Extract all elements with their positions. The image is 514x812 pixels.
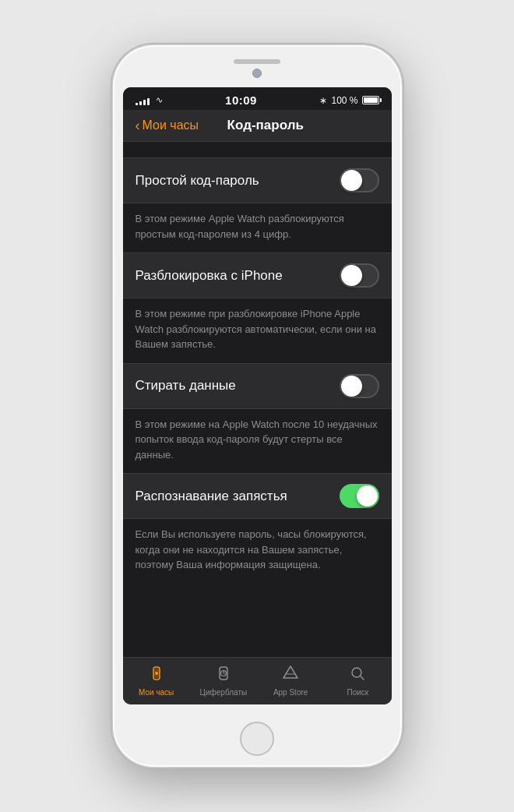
row-simple-passcode: Простой код-пароль <box>123 158 392 203</box>
signal-bars <box>136 96 150 105</box>
screen: ∿ 10:09 ∗ 100 % ‹ Мои часы Код-пароль <box>123 87 392 704</box>
signal-bar-3 <box>143 100 146 105</box>
status-left: ∿ <box>136 95 163 105</box>
signal-bar-4 <box>147 98 150 105</box>
erase-data-toggle[interactable] <box>340 374 379 398</box>
wifi-icon: ∿ <box>156 95 163 105</box>
home-button[interactable] <box>240 722 274 756</box>
my-watch-label: Мои часы <box>139 688 174 697</box>
battery-percent: 100 % <box>331 95 357 106</box>
back-chevron-icon: ‹ <box>136 118 140 132</box>
erase-data-label: Стирать данные <box>136 378 236 394</box>
section-wrist-detection: Распознавание запястья <box>123 473 392 519</box>
section-erase-data: Стирать данные <box>123 363 392 409</box>
wrist-detection-label: Распознавание запястья <box>136 489 287 504</box>
toggle-thumb-4 <box>357 485 378 507</box>
row-wrist-detection: Распознавание запястья <box>123 474 392 518</box>
tab-bar: Мои часы Циферблаты <box>123 657 392 704</box>
search-icon <box>348 664 367 686</box>
section-simple-passcode: Простой код-пароль <box>123 157 392 203</box>
phone-speaker <box>234 59 280 64</box>
phone-frame: ∿ 10:09 ∗ 100 % ‹ Мои часы Код-пароль <box>111 44 403 768</box>
nav-bar: ‹ Мои часы Код-пароль <box>123 110 392 142</box>
iphone-unlock-description: В этом режиме при разблокировке iPhone A… <box>136 308 376 350</box>
my-watch-icon <box>147 664 166 686</box>
svg-point-2 <box>155 672 158 675</box>
back-button[interactable]: ‹ Мои часы <box>136 118 199 132</box>
row-erase-data: Стирать данные <box>123 364 392 408</box>
svg-line-9 <box>361 676 364 680</box>
battery-fill <box>364 97 378 103</box>
status-bar: ∿ 10:09 ∗ 100 % <box>123 87 392 110</box>
erase-data-description-block: В этом режиме на Apple Watch после 10 не… <box>123 409 392 474</box>
section-iphone-unlock: Разблокировка с iPhone <box>123 252 392 298</box>
toggle-thumb-3 <box>341 376 362 397</box>
erase-data-description: В этом режиме на Apple Watch после 10 не… <box>136 418 378 461</box>
app-store-label: App Store <box>273 688 308 697</box>
watch-faces-icon <box>214 664 233 686</box>
iphone-unlock-description-block: В этом режиме при разблокировке iPhone A… <box>123 298 392 363</box>
bluetooth-icon: ∗ <box>319 95 327 106</box>
section-gap-1 <box>123 142 392 157</box>
section-gap-bottom <box>123 584 392 599</box>
scroll-content: Простой код-пароль В этом режиме Apple W… <box>123 142 392 657</box>
simple-passcode-toggle[interactable] <box>340 168 379 192</box>
simple-passcode-description-block: В этом режиме Apple Watch разблокируются… <box>123 203 392 252</box>
phone-camera <box>252 69 262 78</box>
tab-watch-faces[interactable]: Циферблаты <box>190 664 257 697</box>
toggle-thumb <box>341 170 362 191</box>
signal-bar-2 <box>139 101 142 105</box>
tab-search[interactable]: Поиск <box>324 664 391 697</box>
app-store-icon <box>281 664 300 686</box>
iphone-unlock-toggle[interactable] <box>340 263 379 288</box>
row-iphone-unlock: Разблокировка с iPhone <box>123 253 392 298</box>
watch-faces-label: Циферблаты <box>200 688 248 697</box>
simple-passcode-description: В этом режиме Apple Watch разблокируются… <box>136 213 344 240</box>
page-title: Код-пароль <box>199 118 332 133</box>
wrist-detection-description-block: Если Вы используете пароль, часы блокиру… <box>123 519 392 584</box>
wrist-detection-toggle[interactable] <box>340 484 379 508</box>
tab-app-store[interactable]: App Store <box>257 664 324 697</box>
back-label: Мои часы <box>143 118 199 132</box>
status-time: 10:09 <box>225 94 257 107</box>
iphone-unlock-label: Разблокировка с iPhone <box>136 268 283 284</box>
tab-my-watch[interactable]: Мои часы <box>123 664 190 697</box>
battery-icon <box>362 96 379 104</box>
status-right: ∗ 100 % <box>319 95 378 106</box>
search-label: Поиск <box>347 688 369 697</box>
simple-passcode-label: Простой код-пароль <box>136 173 259 189</box>
toggle-thumb-2 <box>341 265 362 286</box>
svg-point-8 <box>352 668 361 677</box>
wrist-detection-description: Если Вы используете пароль, часы блокиру… <box>136 528 367 570</box>
signal-bar-1 <box>136 103 138 105</box>
